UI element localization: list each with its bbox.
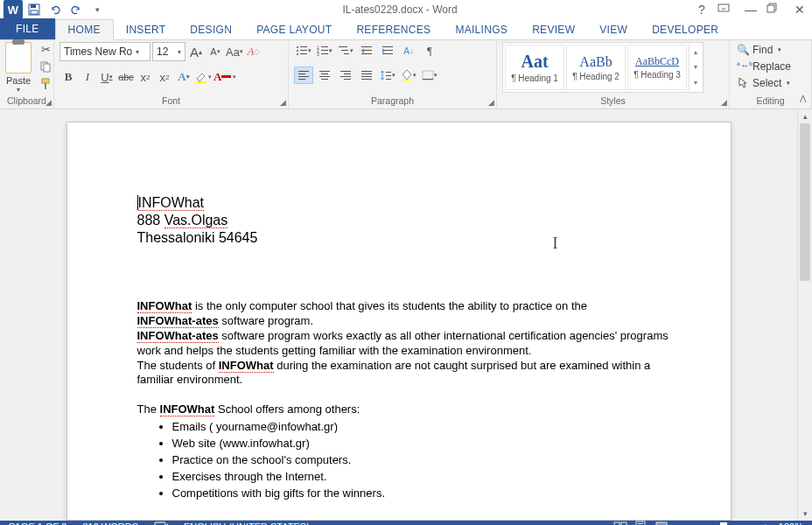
document-title: IL-ates0229.docx - Word bbox=[107, 4, 693, 16]
help-icon[interactable]: ? bbox=[693, 3, 710, 17]
paragraph-dialog-launcher-icon[interactable]: ◢ bbox=[488, 98, 494, 107]
svg-rect-15 bbox=[300, 53, 307, 54]
list-item: Practice on the school's computers. bbox=[172, 452, 671, 469]
tab-home[interactable]: HOME bbox=[55, 19, 114, 40]
clipboard-dialog-launcher-icon[interactable]: ◢ bbox=[46, 98, 52, 107]
align-center-icon[interactable] bbox=[315, 66, 334, 84]
shading-icon[interactable]: ▾ bbox=[399, 66, 418, 84]
tab-page-layout[interactable]: PAGE LAYOUT bbox=[244, 20, 344, 39]
scroll-thumb[interactable] bbox=[800, 123, 810, 281]
svg-rect-23 bbox=[341, 50, 348, 51]
scroll-down-icon[interactable]: ▾ bbox=[798, 507, 812, 521]
svg-rect-35 bbox=[319, 71, 330, 72]
collapse-ribbon-icon[interactable]: ᐱ bbox=[800, 94, 807, 105]
ribbon-display-icon[interactable] bbox=[718, 3, 735, 17]
numbering-icon[interactable]: 123▾ bbox=[315, 42, 334, 60]
decrease-indent-icon[interactable] bbox=[357, 42, 376, 60]
styles-scroll[interactable]: ▴▾▾ bbox=[689, 45, 701, 90]
sort-icon[interactable]: A↓ bbox=[399, 42, 418, 60]
styles-scroll-up-icon[interactable]: ▴ bbox=[690, 45, 701, 60]
style-heading3[interactable]: AaBbCcD¶ Heading 3 bbox=[627, 45, 687, 90]
underline-button[interactable]: U▾ bbox=[98, 68, 116, 86]
status-page[interactable]: PAGE 1 OF 2 bbox=[9, 522, 66, 525]
tab-design[interactable]: DESIGN bbox=[178, 20, 244, 39]
tab-developer[interactable]: DEVELOPER bbox=[640, 20, 731, 39]
qat-customize-icon[interactable]: ▾ bbox=[88, 0, 107, 19]
format-painter-icon[interactable] bbox=[38, 77, 52, 91]
view-read-icon[interactable] bbox=[613, 522, 634, 525]
styles-scroll-down-icon[interactable]: ▾ bbox=[690, 60, 701, 74]
tab-review[interactable]: REVIEW bbox=[520, 20, 587, 39]
increase-indent-icon[interactable] bbox=[378, 42, 397, 60]
bullets-icon[interactable]: ▾ bbox=[294, 42, 313, 60]
list-item: Web site (www.infowhat.gr) bbox=[172, 436, 671, 452]
italic-button[interactable]: I bbox=[79, 68, 96, 86]
minimize-icon[interactable]: — bbox=[742, 3, 760, 17]
document-page[interactable]: I INFOWhat 888 Vas.Olgas Thessaloniki 54… bbox=[66, 122, 732, 521]
shrink-font-icon[interactable]: A▾ bbox=[206, 43, 224, 60]
font-dialog-launcher-icon[interactable]: ◢ bbox=[280, 98, 286, 107]
align-left-icon[interactable] bbox=[294, 66, 313, 84]
font-size-combo[interactable]: 12▾ bbox=[152, 42, 186, 61]
clipboard-group-label: Clipboard◢ bbox=[5, 94, 48, 108]
scroll-track[interactable] bbox=[798, 123, 812, 507]
bold-button[interactable]: B bbox=[60, 68, 77, 86]
styles-expand-icon[interactable]: ▾ bbox=[690, 75, 701, 90]
highlight-icon[interactable]: ▾ bbox=[194, 68, 212, 86]
tab-insert[interactable]: INSERT bbox=[114, 20, 178, 39]
zoom-in-button[interactable]: + bbox=[762, 522, 767, 525]
svg-rect-8 bbox=[45, 83, 46, 89]
replace-button[interactable]: ᵃ↔ᵇReplace bbox=[735, 59, 806, 74]
text-effects-icon[interactable]: A▾ bbox=[175, 68, 192, 86]
status-bar: PAGE 1 OF 2 312 WORDS ENGLISH (UNITED ST… bbox=[0, 521, 812, 525]
justify-icon[interactable] bbox=[357, 66, 376, 84]
line-spacing-icon[interactable]: ▾ bbox=[378, 66, 397, 84]
multilevel-list-icon[interactable]: ▾ bbox=[336, 42, 355, 60]
zoom-level[interactable]: 100% bbox=[779, 522, 803, 525]
font-name-combo[interactable]: Times New Ro▾ bbox=[60, 42, 150, 61]
zoom-out-button[interactable]: − bbox=[676, 522, 682, 525]
grow-font-icon[interactable]: A▴ bbox=[187, 43, 205, 60]
select-button[interactable]: Select▾ bbox=[735, 75, 806, 91]
vertical-scrollbar[interactable]: ▴ ▾ bbox=[797, 109, 812, 521]
show-marks-icon[interactable]: ¶ bbox=[420, 42, 439, 60]
status-proofing-icon[interactable] bbox=[154, 521, 168, 525]
cut-icon[interactable]: ✂ bbox=[38, 42, 52, 56]
borders-icon[interactable]: ▾ bbox=[420, 66, 439, 84]
tab-mailings[interactable]: MAILINGS bbox=[443, 20, 520, 39]
strikethrough-button[interactable]: abc bbox=[117, 68, 135, 86]
paste-button[interactable]: Paste ▾ bbox=[5, 42, 32, 94]
font-color-icon[interactable]: A bbox=[214, 68, 231, 86]
save-icon[interactable] bbox=[24, 0, 44, 19]
styles-dialog-launcher-icon[interactable]: ◢ bbox=[721, 98, 727, 107]
clear-formatting-icon[interactable]: A◇ bbox=[245, 43, 262, 60]
style-heading1[interactable]: Aat¶ Heading 1 bbox=[505, 45, 564, 90]
copy-icon[interactable] bbox=[38, 60, 52, 74]
view-print-icon[interactable] bbox=[634, 521, 655, 525]
svg-rect-28 bbox=[382, 46, 393, 47]
group-paragraph: ▾ 123▾ ▾ A↓ ¶ ▾ ▾ ▾ Para bbox=[289, 40, 497, 108]
replace-icon: ᵃ↔ᵇ bbox=[737, 60, 749, 73]
redo-icon[interactable] bbox=[66, 0, 86, 19]
tab-references[interactable]: REFERENCES bbox=[344, 20, 443, 39]
tab-file[interactable]: FILE bbox=[0, 18, 55, 39]
restore-icon[interactable] bbox=[766, 3, 784, 17]
align-right-icon[interactable] bbox=[336, 66, 355, 84]
close-icon[interactable]: ✕ bbox=[791, 3, 808, 17]
document-scroll[interactable]: I INFOWhat 888 Vas.Olgas Thessaloniki 54… bbox=[0, 109, 797, 521]
svg-rect-22 bbox=[339, 46, 347, 47]
change-case-icon[interactable]: Aa▾ bbox=[226, 43, 243, 60]
find-button[interactable]: 🔍Find▾ bbox=[735, 42, 806, 58]
status-language[interactable]: ENGLISH (UNITED STATES) bbox=[184, 522, 310, 525]
tab-view[interactable]: VIEW bbox=[587, 20, 640, 39]
undo-icon[interactable] bbox=[46, 0, 65, 19]
superscript-button[interactable]: x2 bbox=[156, 68, 173, 86]
status-word-count[interactable]: 312 WORDS bbox=[82, 522, 138, 525]
style-heading2[interactable]: AaBb¶ Heading 2 bbox=[566, 45, 626, 90]
subscript-button[interactable]: x2 bbox=[136, 68, 154, 86]
scroll-up-icon[interactable]: ▴ bbox=[798, 109, 812, 123]
svg-rect-31 bbox=[298, 71, 309, 72]
styles-gallery[interactable]: Aat¶ Heading 1 AaBb¶ Heading 2 AaBbCcD¶ … bbox=[502, 42, 704, 93]
word-app-icon[interactable]: W bbox=[4, 0, 23, 19]
view-web-icon[interactable] bbox=[655, 522, 676, 525]
